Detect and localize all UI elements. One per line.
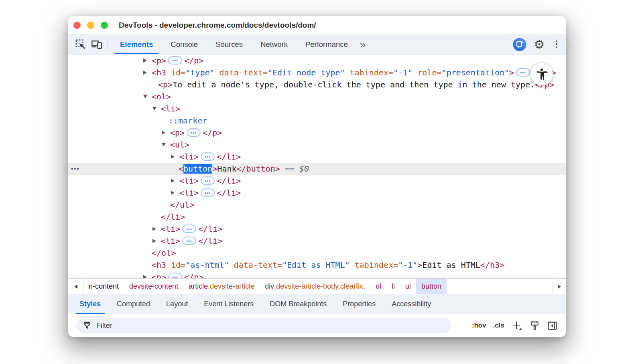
expand-ellipsis-button[interactable]: •••: [516, 68, 530, 77]
dom-tree-row[interactable]: <li>: [68, 103, 566, 115]
toggle-element-state-button[interactable]: :hov: [472, 322, 486, 330]
breadcrumb-item-selected[interactable]: button: [416, 279, 447, 294]
titlebar: DevTools - developer.chrome.com/docs/dev…: [68, 16, 566, 34]
code-token: <p>: [170, 128, 185, 138]
expand-arrow-icon[interactable]: [162, 131, 165, 135]
element-classes-button[interactable]: .cls: [493, 322, 504, 330]
code-token: >: [509, 68, 514, 77]
dom-tree-row[interactable]: <li>•••</li>: [68, 151, 566, 163]
breadcrumb-part: n-content: [89, 282, 119, 291]
expand-ellipsis-button[interactable]: •••: [201, 188, 215, 197]
tab-network[interactable]: Network: [252, 34, 297, 54]
breadcrumb-item[interactable]: n-content: [83, 279, 124, 294]
zoom-button[interactable]: [101, 22, 108, 29]
breadcrumb-item[interactable]: devsite-content: [124, 279, 183, 294]
row-overflow-menu[interactable]: •••: [71, 163, 80, 175]
breadcrumb-part: .devsite-article: [208, 282, 254, 291]
expand-arrow-icon[interactable]: [152, 227, 156, 231]
dom-tree-row[interactable]: </li>: [68, 211, 566, 223]
new-style-rule-icon[interactable]: [511, 320, 522, 331]
device-toolbar-icon[interactable]: [90, 38, 104, 51]
code-token: </button>: [237, 164, 280, 174]
breadcrumb-item[interactable]: ul: [400, 279, 416, 294]
expand-arrow-icon[interactable]: [171, 179, 175, 183]
close-button[interactable]: [73, 22, 81, 29]
expand-arrow-icon[interactable]: [143, 275, 147, 278]
dom-tree-row[interactable]: <p>To edit a node's type, double-click t…: [68, 79, 566, 91]
dom-tree-row[interactable]: <h3 id="as-html" data-text="Edit as HTML…: [68, 259, 566, 271]
expand-arrow-icon[interactable]: [143, 59, 147, 63]
expand-ellipsis-button[interactable]: •••: [201, 152, 215, 161]
code-token: tabindex=: [350, 260, 398, 270]
tab-performance[interactable]: Performance: [297, 34, 357, 54]
collapse-arrow-icon[interactable]: [152, 107, 156, 111]
breadcrumb-item[interactable]: li: [386, 279, 400, 294]
chevron-right-icon: [558, 285, 561, 289]
dom-tree-row[interactable]: <li>•••</li>: [68, 175, 566, 187]
inspect-icon[interactable]: [74, 38, 87, 51]
dom-tree-row[interactable]: <p>•••</p>: [68, 55, 566, 67]
tab-layout[interactable]: Layout: [158, 294, 196, 314]
tab-computed[interactable]: Computed: [109, 294, 158, 314]
code-token: id=: [166, 260, 185, 270]
dom-tree-row[interactable]: <ul>: [68, 139, 566, 151]
dom-tree-row[interactable]: <li>•••</li>: [68, 235, 566, 247]
breadcrumb-item[interactable]: ol: [370, 279, 386, 294]
tab-accessibility[interactable]: Accessibility: [384, 294, 439, 314]
ai-assistant-icon[interactable]: [513, 38, 526, 51]
dom-tree-row[interactable]: <p>•••</p>: [68, 271, 566, 278]
expand-arrow-icon[interactable]: [152, 239, 156, 243]
expand-arrow-icon[interactable]: [143, 71, 147, 75]
dom-tree-row[interactable]: <li>•••</li>: [68, 223, 566, 235]
dom-tree-row[interactable]: <h3 id="type" data-text="Edit node type"…: [68, 67, 566, 79]
expand-arrow-icon[interactable]: [171, 191, 175, 195]
breadcrumb-part: .devsite-article-body.clearfix.: [274, 282, 365, 291]
filter-input[interactable]: [96, 322, 448, 330]
expand-ellipsis-button[interactable]: •••: [182, 237, 196, 245]
breadcrumb-scroll-left-button[interactable]: [68, 279, 83, 294]
breadcrumb-item[interactable]: div.devsite-article-body.clearfix.: [260, 279, 370, 294]
expand-ellipsis-button[interactable]: •••: [201, 176, 215, 185]
expand-ellipsis-button[interactable]: •••: [168, 273, 182, 278]
toggle-sidebar-icon[interactable]: [547, 320, 558, 331]
dom-tree-row[interactable]: <p>•••</p>: [68, 127, 566, 139]
dom-tree-row-selected[interactable]: •••<button>Hank</button> == $0: [68, 163, 566, 175]
tab-properties[interactable]: Properties: [335, 294, 384, 314]
tab-sources[interactable]: Sources: [207, 34, 252, 54]
minimize-button[interactable]: [87, 22, 94, 29]
filter-bar-buttons: :hov .cls: [472, 320, 558, 331]
code-token: "Edit node type": [268, 68, 345, 77]
tab-elements[interactable]: Elements: [111, 34, 162, 54]
collapse-arrow-icon[interactable]: [143, 95, 147, 99]
breadcrumb-part: div: [265, 282, 274, 291]
settings-gear-icon[interactable]: ⚙: [532, 38, 546, 51]
dom-tree-row[interactable]: ::marker: [68, 115, 566, 127]
dom-tree-row[interactable]: <ol>: [68, 91, 566, 103]
breadcrumb-item[interactable]: article.devsite-article: [183, 279, 260, 294]
filter-field[interactable]: [76, 318, 451, 333]
code-token: </li>: [217, 188, 241, 198]
tab-styles[interactable]: Styles: [71, 294, 109, 314]
rendering-brush-icon[interactable]: [529, 320, 540, 331]
expand-ellipsis-button[interactable]: •••: [187, 128, 201, 137]
code-token: <p>: [158, 80, 173, 89]
code-token: <h3: [152, 260, 166, 270]
accessibility-person-icon: [530, 63, 553, 85]
expand-arrow-icon[interactable]: [171, 155, 175, 159]
dom-tree-row[interactable]: </ol>: [68, 247, 566, 259]
code-token: <li>: [161, 236, 180, 246]
panel-tabs: ElementsConsoleSourcesNetworkPerformance: [111, 34, 357, 54]
more-tabs-button[interactable]: »: [357, 39, 370, 50]
code-token: To edit a node's type, double-click the …: [173, 80, 535, 89]
tab-dom-breakpoints[interactable]: DOM Breakpoints: [262, 294, 335, 314]
tab-event-listeners[interactable]: Event Listeners: [196, 294, 262, 314]
code-token: </ul>: [170, 200, 194, 210]
collapse-arrow-icon[interactable]: [162, 143, 166, 147]
dom-tree-row[interactable]: </ul>: [68, 199, 566, 211]
expand-ellipsis-button[interactable]: •••: [168, 56, 182, 65]
dom-tree-row[interactable]: <li>•••</li>: [68, 187, 566, 199]
breadcrumb-scroll-right-button[interactable]: [553, 279, 566, 294]
more-menu-icon[interactable]: [552, 38, 561, 51]
expand-ellipsis-button[interactable]: •••: [182, 224, 196, 233]
tab-console[interactable]: Console: [162, 34, 207, 54]
